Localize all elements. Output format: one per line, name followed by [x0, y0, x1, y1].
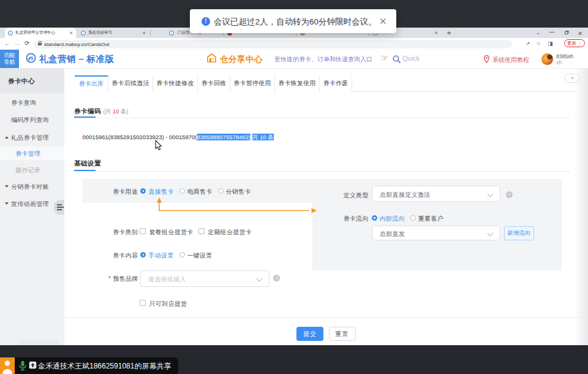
browser-tab-title: 系统培训学习 — [88, 30, 141, 36]
checkbox-package-combo[interactable] — [140, 228, 146, 234]
tab-card-resume[interactable]: 券卡恢复使用 — [275, 75, 320, 92]
window-close-icon[interactable]: ✕ — [578, 30, 582, 37]
sidebar-group-distribution-reconciliation[interactable]: 分销券卡对账 — [0, 180, 64, 193]
tab-card-void[interactable]: 券卡作废 — [320, 75, 352, 92]
tab-card-outbound[interactable]: 券卡出库 — [75, 75, 108, 93]
reset-button[interactable]: 重置 — [329, 327, 356, 341]
radio-label-internal-flow[interactable]: 内部流向 — [380, 215, 405, 223]
status-bubble — [20, 340, 58, 345]
help-icon[interactable]: ? — [506, 191, 513, 198]
tab-card-recycle[interactable]: 券卡回收 — [198, 75, 230, 92]
radio-manual-setting[interactable] — [140, 252, 146, 258]
tab-close-icon[interactable]: ✕ — [142, 30, 146, 36]
annotation-arrow — [155, 197, 317, 213]
tutorial-link[interactable]: 系统使用教程 — [492, 56, 529, 64]
side-panel-icon[interactable]: ◨ — [548, 40, 553, 47]
url-text: standard.maboy.cn/CardsOut — [44, 42, 110, 47]
checkbox-fixed-combo[interactable] — [198, 228, 205, 234]
new-tab-button[interactable]: ＋ — [445, 29, 452, 36]
tab-close-icon[interactable]: ✕ — [69, 30, 73, 36]
reload-icon[interactable]: ⟳ — [24, 40, 29, 47]
sidebar-item-label: 券卡管理 — [15, 150, 40, 158]
section-title-card-codes: 券卡编码 (共 10 条) — [74, 107, 129, 116]
brand-logo-icon — [26, 53, 36, 63]
code-selected-2: 共 10 条 — [252, 134, 274, 140]
tab-favicon — [8, 31, 13, 36]
radio-label-direct-sale[interactable]: 直接售卡 — [149, 188, 174, 196]
tab-label: 券卡回收 — [201, 80, 226, 86]
checkbox-label-store-pickup-only[interactable]: 只可到店提货 — [149, 300, 187, 308]
pointing-finger-icon: ☞ — [381, 53, 388, 63]
sharing-app-icon[interactable] — [0, 357, 15, 374]
sidebar: 券卡中心 券卡查询 编码序列查询 礼品券卡管理 券卡管理 操作记录 分销券卡对账… — [0, 69, 64, 345]
share-center-label: 仓分享中心 — [220, 54, 263, 65]
required-asterisk: * — [108, 275, 111, 282]
sidebar-item-label: 分销券卡对账 — [11, 183, 49, 191]
tab-close-icon[interactable]: ✕ — [434, 30, 438, 36]
checkbox-label-package-combo[interactable]: 套餐组合提货卡 — [149, 228, 194, 237]
taskbar: 金禾通技术王斌18662591081的屏幕共享 — [0, 345, 588, 374]
sidebar-item-card-query[interactable]: 券卡查询 — [0, 96, 64, 109]
radio-onekey-setting[interactable] — [179, 252, 185, 258]
radio-label-ecommerce-sale[interactable]: 电商售卡 — [187, 188, 213, 196]
sidebar-title-label: 券卡中心 — [8, 77, 35, 86]
url-field[interactable]: standard.maboy.cn/CardsOut — [34, 40, 512, 48]
add-flow-button[interactable]: 新增流向 — [504, 226, 534, 240]
tab-card-followup-activation[interactable]: 券卡后续激活 — [108, 75, 153, 92]
code-plain: 00015961(8385291502033923) - 00015970( — [83, 134, 197, 140]
function-nav-button[interactable]: 功能 导航 — [0, 50, 19, 68]
radio-label-onekey-setting[interactable]: 一键设置 — [187, 251, 213, 260]
sidebar-collapse-handle[interactable] — [54, 200, 65, 215]
help-icon[interactable]: ? — [273, 275, 280, 281]
radio-important-customer[interactable] — [410, 215, 416, 221]
tab-card-quick-modify[interactable]: 券卡快捷修改 — [153, 75, 198, 92]
sidebar-group-gift-card-management[interactable]: 礼品券卡管理 — [0, 131, 64, 144]
sidebar-item-card-management-active[interactable]: 券卡管理 — [0, 147, 64, 160]
chevron-down-icon — [488, 230, 494, 236]
window-minimize-icon[interactable] — [549, 32, 554, 32]
section-title-basic-settings: 基础设置 — [74, 159, 101, 168]
count-suffix: 条) — [119, 108, 128, 115]
label-text: 预售品牌 — [113, 275, 138, 282]
quick-search-icon[interactable] — [393, 55, 401, 63]
radio-label-important-customer[interactable]: 重要客户 — [418, 215, 443, 223]
forward-icon[interactable]: → — [14, 40, 20, 47]
checkbox-store-pickup-only[interactable] — [140, 300, 146, 306]
share-center-link[interactable]: 仓分享中心 — [206, 53, 217, 66]
radio-label-manual-setting[interactable]: 手动设置 — [149, 251, 174, 260]
quick-search-label[interactable]: Quick — [402, 55, 420, 62]
share-icon[interactable]: ↗ — [526, 40, 530, 47]
radio-label-distribution-sale[interactable]: 分销售卡 — [226, 188, 251, 196]
user-subname: xh — [556, 59, 562, 66]
info-icon: ! — [202, 17, 210, 26]
radio-internal-flow[interactable] — [372, 215, 377, 221]
submit-button[interactable]: 提交 — [296, 327, 323, 341]
back-icon[interactable]: ← — [4, 40, 10, 47]
user-avatar[interactable] — [541, 53, 553, 65]
section-divider — [74, 118, 571, 118]
bookmark-star-icon[interactable]: ☆ — [536, 40, 541, 47]
definition-type-select[interactable]: 总部直接定义激活 — [372, 186, 500, 202]
tab-label: 券卡恢复使用 — [278, 80, 316, 86]
toast-close-icon[interactable]: ✕ — [379, 16, 387, 27]
radio-direct-sale[interactable] — [140, 188, 146, 194]
browser-tab-active[interactable]: 礼盒营销平台管理中心 ✕ — [5, 28, 76, 38]
window-restore-icon[interactable] — [565, 31, 568, 34]
sidebar-item-code-sequence-query[interactable]: 编码序列查询 — [0, 113, 64, 126]
radio-distribution-sale[interactable] — [218, 188, 224, 194]
definition-type-value: 总部直接定义激活 — [380, 191, 430, 199]
browser-update-button[interactable]: 更新 ⋮ — [564, 39, 585, 47]
tab-search-chevron-icon[interactable]: ⌄ — [536, 30, 541, 36]
sidebar-item-operation-records[interactable]: 操作记录 — [0, 163, 64, 177]
sidebar-item-label: 券卡查询 — [11, 99, 36, 107]
flow-select[interactable]: 总部直发 — [372, 226, 500, 240]
sidebar-item-label: 礼品券卡管理 — [11, 134, 49, 142]
label-card-content: 券卡内容 — [113, 251, 138, 260]
sidebar-item-label: 操作记录 — [15, 166, 40, 175]
presale-brand-select[interactable]: 请选择或输入 — [140, 270, 270, 287]
tab-card-suspend[interactable]: 券卡暂停使用 — [230, 75, 275, 92]
browser-tab[interactable]: 系统培训学习 ✕ — [78, 28, 149, 38]
main-content: 券卡出库 券卡后续激活 券卡快捷修改 券卡回收 券卡暂停使用 券卡恢复使用 券卡… — [64, 69, 588, 345]
checkbox-label-fixed-combo[interactable]: 定额组合提货卡 — [208, 228, 252, 237]
radio-ecommerce-sale[interactable] — [179, 188, 185, 194]
